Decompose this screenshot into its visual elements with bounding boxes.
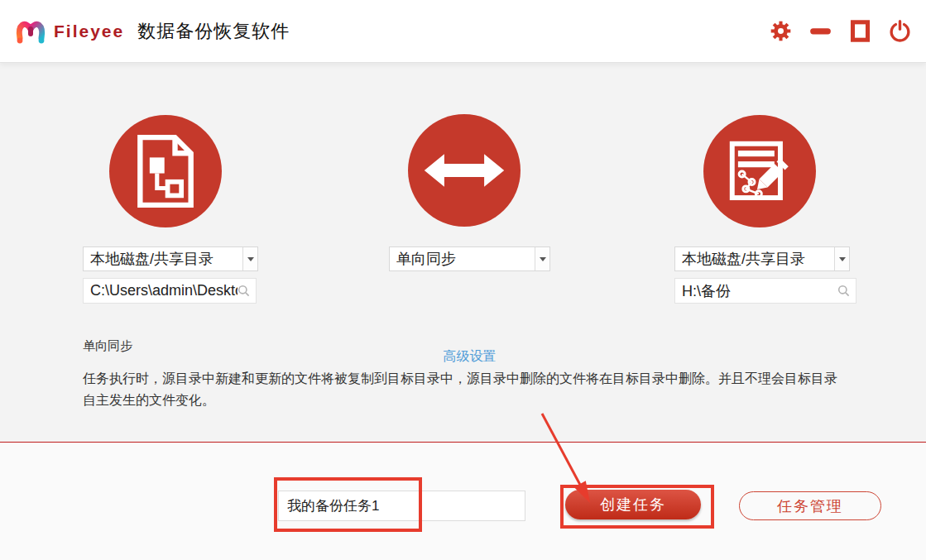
settings-gear-icon[interactable]	[770, 20, 792, 42]
browse-search-icon[interactable]	[237, 285, 250, 297]
app-title: 数据备份恢复软件	[137, 19, 290, 44]
chevron-down-icon	[535, 247, 549, 270]
source-path-value: C:\Users\admin\Deskto	[84, 282, 237, 299]
target-path-value: H:\备份	[675, 281, 837, 301]
fileyee-logo-icon	[14, 17, 47, 45]
sync-mode-select[interactable]: 单向同步	[389, 246, 550, 271]
window-controls	[770, 20, 911, 42]
chevron-down-icon	[242, 247, 257, 270]
maximize-icon[interactable]	[849, 20, 871, 42]
minimize-icon[interactable]	[809, 20, 832, 42]
edit-document-icon	[728, 140, 791, 203]
sync-mode-circle	[408, 114, 521, 227]
advanced-settings-link[interactable]: 高级设置	[389, 348, 550, 366]
create-task-button[interactable]: 创建任务	[565, 490, 701, 519]
sync-mode-description: 任务执行时，源目录中新建和更新的文件将被复制到目标目录中，源目录中删除的文件将在…	[83, 368, 842, 411]
source-file-icon	[136, 133, 195, 209]
source-type-value: 本地磁盘/共享目录	[84, 249, 242, 269]
title-bar: Fileyee 数据备份恢复软件	[0, 0, 926, 62]
manage-tasks-button[interactable]: 任务管理	[739, 491, 881, 520]
close-power-icon[interactable]	[889, 20, 911, 42]
target-type-value: 本地磁盘/共享目录	[675, 249, 834, 269]
app-window: Fileyee 数据备份恢复软件	[0, 0, 926, 560]
browse-search-icon[interactable]	[837, 285, 850, 297]
brand-name: Fileyee	[54, 22, 124, 41]
sync-mode-heading: 单向同步	[83, 338, 132, 354]
task-name-input[interactable]	[278, 491, 525, 521]
target-type-select[interactable]: 本地磁盘/共享目录	[674, 246, 850, 271]
double-arrow-icon	[423, 151, 506, 190]
target-path-field[interactable]: H:\备份	[674, 278, 856, 304]
source-circle	[109, 115, 222, 227]
target-circle	[703, 115, 816, 227]
sync-mode-value: 单向同步	[390, 249, 535, 269]
chevron-down-icon	[834, 247, 849, 270]
source-path-field[interactable]: C:\Users\admin\Deskto	[83, 278, 257, 304]
source-type-select[interactable]: 本地磁盘/共享目录	[83, 246, 258, 271]
